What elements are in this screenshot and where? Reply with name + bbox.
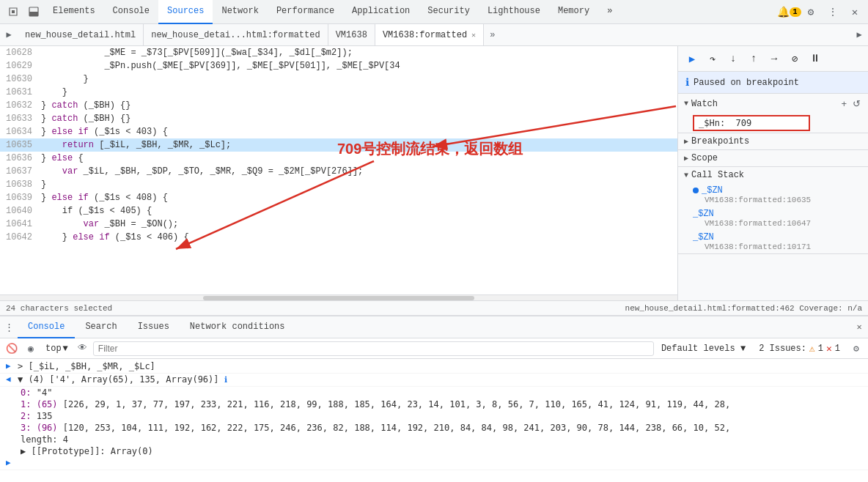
file-tab-vm1638-formatted[interactable]: VM1638:formatted ✕	[375, 24, 484, 46]
eye-icon-btn[interactable]: 👁	[74, 340, 92, 357]
bottom-tab-console[interactable]: Console	[18, 316, 75, 338]
code-line-10638: 10638}	[0, 178, 677, 191]
sub-line-2: 2: 135	[0, 410, 868, 422]
notification-btn[interactable]: 🔔 1	[779, 1, 799, 22]
line-number: 10632	[0, 99, 38, 112]
console-prompt-line: ▶	[0, 457, 868, 470]
tab-elements[interactable]: Elements	[44, 0, 104, 24]
sub-line-3: 3: (96) [120, 253, 104, 111, 192, 162, 2…	[0, 422, 868, 434]
file-tab-more[interactable]: »	[484, 30, 501, 40]
step-over-btn[interactable]: ↷	[703, 49, 722, 68]
watch-header[interactable]: ▼ Watch + ↺	[678, 94, 868, 114]
file-tab-nav-right[interactable]: ▶	[850, 24, 868, 46]
settings-btn[interactable]: ⚙	[801, 1, 821, 22]
line-number: 10636	[0, 152, 38, 165]
back-icon[interactable]	[3, 0, 23, 24]
step-btn[interactable]: →	[765, 49, 784, 68]
bottom-panel: ⋮ Console Search Issues Network conditio…	[0, 315, 868, 482]
bottom-tab-network-conditions[interactable]: Network conditions	[180, 316, 295, 338]
file-tab-html-formatted[interactable]: new_house_detai...html:formatted	[144, 24, 328, 46]
step-out-btn[interactable]: ↑	[744, 49, 763, 68]
line-content: }	[38, 86, 67, 99]
more-btn[interactable]: ⋮	[823, 1, 843, 22]
file-tab-vm1638[interactable]: VM1638	[328, 24, 375, 46]
watch-item	[678, 114, 868, 133]
call-stack-item-1[interactable]: _$ZN VM1638:formatted:10647	[678, 207, 868, 230]
breakpoints-header[interactable]: ▶ Breakpoints	[678, 133, 868, 149]
call-stack-item-0[interactable]: _$ZN VM1638:formatted:10635	[678, 183, 868, 207]
default-levels-select[interactable]: Default levels ▼	[655, 344, 751, 354]
tab-network[interactable]: Network	[213, 0, 267, 24]
scrollbar-thumb	[203, 296, 474, 300]
line-content: } else if (_$1s < 406) {	[38, 231, 189, 244]
file-nav-icon[interactable]: ▶	[0, 24, 18, 46]
tab-security[interactable]: Security	[419, 0, 479, 24]
watch-add-btn[interactable]: +	[839, 97, 848, 111]
close-devtools-btn[interactable]: ✕	[845, 1, 865, 22]
code-line-10637: 10637 var _$iL, _$BH, _$DP, _$TO, _$MR, …	[0, 165, 677, 178]
paused-label: Paused on breakpoint	[694, 78, 799, 88]
line-number: 10642	[0, 231, 38, 244]
svg-rect-1	[29, 12, 38, 16]
sub-line-1: 1: (65) [226, 29, 1, 37, 77, 197, 233, 2…	[0, 398, 868, 410]
line-content: }	[38, 178, 46, 191]
scope-header[interactable]: ▶ Scope	[678, 150, 868, 166]
console-toolbar: 🚫 ◉ top ▼ 👁 Default levels ▼ 2 Issues: ⚠…	[0, 338, 868, 359]
tab-performance[interactable]: Performance	[268, 0, 343, 24]
close-tab-icon[interactable]: ✕	[471, 31, 476, 40]
line-content: var _$BH = _$ON();	[38, 218, 178, 231]
line-number: 10630	[0, 73, 38, 86]
resume-btn[interactable]: ▶	[683, 49, 702, 68]
bottom-tab-search[interactable]: Search	[75, 316, 127, 338]
filter-input[interactable]	[93, 341, 654, 356]
call-stack-item-2[interactable]: _$ZN VM1638:formatted:10171	[678, 230, 868, 253]
tab-more[interactable]: »	[598, 0, 621, 24]
code-scrollbar[interactable]	[0, 294, 677, 300]
console-output: ▶ > [_$iL, _$BH, _$MR, _$Lc] ◀ ▼ (4) ['4…	[0, 359, 868, 482]
line-number: 10631	[0, 86, 38, 99]
close-bottom-panel-btn[interactable]: ✕	[850, 319, 868, 336]
line-number: 10628	[0, 46, 38, 59]
line-number: 10639	[0, 191, 38, 204]
deactivate-btn[interactable]: ⊘	[785, 49, 804, 68]
paused-banner: ℹ Paused on breakpoint	[678, 72, 868, 94]
bottom-tab-issues[interactable]: Issues	[128, 316, 180, 338]
line-content: return [_$iL, _$BH, _$MR, _$Lc];	[38, 138, 231, 152]
line-number: 10629	[0, 59, 38, 73]
dock-icon[interactable]	[23, 0, 44, 24]
console-settings-btn[interactable]: ⚙	[847, 340, 865, 357]
tab-console[interactable]: Console	[104, 0, 158, 24]
watch-refresh-btn[interactable]: ↺	[851, 97, 862, 111]
code-line-10629: 10629 _$Pn.push(_$ME[_$PV[369]], _$ME[_$…	[0, 59, 677, 73]
console-input-text: > [_$iL, _$BH, _$MR, _$Lc]	[18, 361, 868, 371]
file-tab-html[interactable]: new_house_detail.html	[18, 24, 144, 46]
pause-on-exception-btn[interactable]: ⏸	[806, 49, 825, 68]
code-line-10633: 10633} catch (_$BH) {}	[0, 112, 677, 125]
console-result-text: ▼ (4) ['4', Array(65), 135, Array(96)] ℹ	[18, 374, 868, 385]
top-actions: 🔔 1 ⚙ ⋮ ✕	[779, 1, 865, 22]
bottom-panel-icon[interactable]: ⋮	[0, 319, 18, 336]
err-icon: ✕	[826, 343, 832, 355]
result-arrow[interactable]: ◀	[6, 374, 15, 384]
code-line-10642: 10642 } else if (_$1s < 406) {	[0, 231, 677, 244]
clear-console-btn[interactable]: 🚫	[3, 340, 21, 357]
scope-section: ▶ Scope	[678, 150, 868, 167]
watch-value-input[interactable]	[693, 115, 810, 131]
line-content: } catch (_$BH) {}	[38, 112, 130, 125]
tab-sources[interactable]: Sources	[158, 0, 213, 24]
filter-toggle-btn[interactable]: ◉	[22, 340, 40, 357]
breakpoints-label: Breakpoints	[691, 136, 749, 147]
line-number: 10640	[0, 204, 38, 218]
code-line-10634: 10634} else if (_$1s < 403) {	[0, 125, 677, 138]
breakpoints-triangle: ▶	[684, 137, 688, 146]
tab-memory[interactable]: Memory	[549, 0, 598, 24]
tab-application[interactable]: Application	[343, 0, 419, 24]
code-line-10639: 10639} else if (_$1s < 408) {	[0, 191, 677, 204]
context-select[interactable]: top ▼	[41, 344, 73, 354]
call-stack-header[interactable]: ▼ Call Stack	[678, 167, 868, 183]
warn-icon: ⚠	[809, 343, 815, 355]
call-stack-triangle: ▼	[684, 171, 688, 179]
step-into-btn[interactable]: ↓	[724, 49, 743, 68]
code-line-10628: 10628 _$ME = _$73[_$PV[509]](_$wa[_$34],…	[0, 46, 677, 59]
tab-lighthouse[interactable]: Lighthouse	[479, 0, 549, 24]
